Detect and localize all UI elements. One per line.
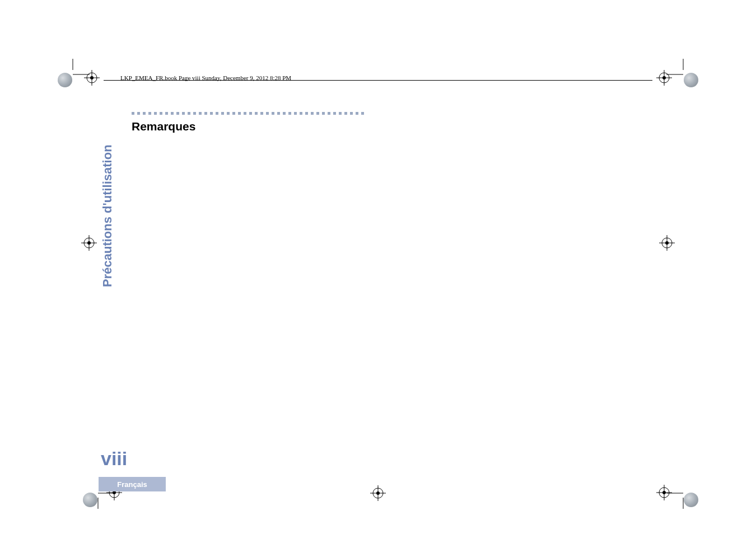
svg-point-8	[87, 73, 97, 83]
corner-circle-top-right	[684, 73, 698, 87]
svg-point-35	[662, 491, 666, 494]
svg-point-24	[373, 488, 383, 498]
registration-mark-left-top	[84, 70, 100, 88]
running-head-text: LKP_EMEA_FR.book Page viii Sunday, Decem…	[120, 74, 291, 81]
language-tab: Français	[99, 477, 166, 491]
registration-mark-bottom-center	[370, 485, 386, 503]
svg-point-12	[659, 73, 669, 83]
sidebar-vertical-label: Précautions d'utilisation	[100, 144, 115, 287]
svg-point-20	[662, 238, 672, 248]
svg-point-27	[376, 491, 380, 495]
svg-point-16	[84, 238, 94, 248]
page-number: viii	[101, 448, 127, 470]
corner-circle-top-left	[58, 73, 72, 87]
dashed-separator	[132, 112, 364, 115]
svg-point-19	[87, 241, 91, 245]
svg-point-11	[90, 76, 94, 79]
language-tab-text: Français	[117, 480, 147, 489]
svg-point-23	[665, 241, 669, 245]
registration-mark-right-bottom	[656, 485, 672, 503]
corner-circle-bottom-right	[684, 493, 698, 507]
svg-point-15	[662, 76, 666, 79]
registration-mark-right-middle	[659, 235, 675, 253]
registration-mark-left-middle	[81, 235, 97, 253]
corner-circle-bottom-left	[83, 493, 97, 507]
registration-mark-right-top	[656, 70, 672, 88]
svg-point-32	[659, 488, 669, 498]
section-heading: Remarques	[132, 120, 195, 133]
